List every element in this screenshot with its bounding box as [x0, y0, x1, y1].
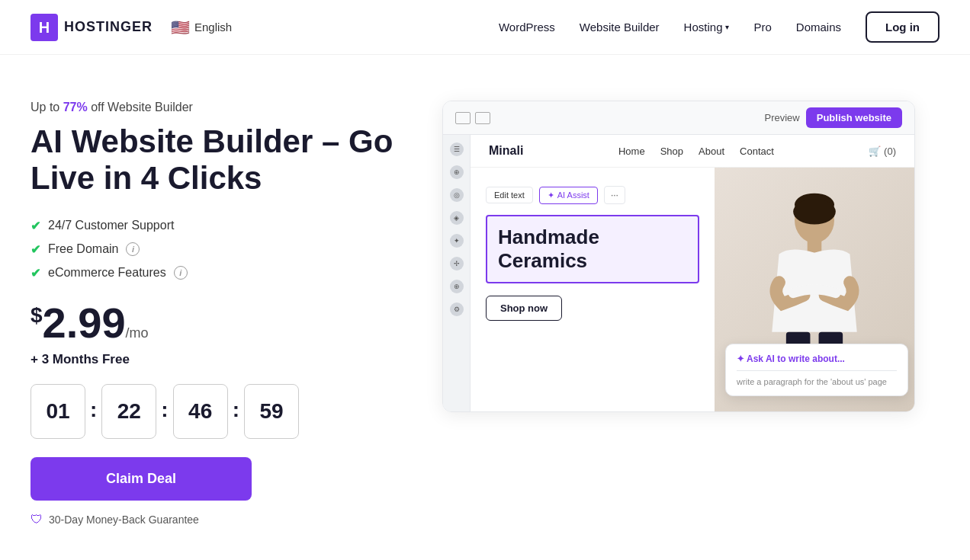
sidebar-icon-6: ✢: [450, 257, 464, 270]
preview-headline-box[interactable]: Handmade Ceramics: [486, 215, 699, 283]
preview-content: Minali Home Shop About Contact 🛒 (0): [471, 135, 914, 411]
language-label: English: [194, 21, 232, 34]
hosting-chevron-icon: ▾: [725, 23, 729, 31]
features-list: ✔ 24/7 Customer Support ✔ Free Domain i …: [31, 219, 397, 280]
shield-icon: 🛡: [31, 513, 43, 526]
check-icon-ecommerce: ✔: [31, 266, 40, 280]
brand-name: HOSTINGER: [64, 19, 153, 35]
promo-text: Up to 77% off Website Builder: [31, 101, 397, 114]
ai-assist-button[interactable]: ✦ AI Assist: [539, 187, 598, 204]
colon-3: :: [233, 398, 239, 422]
price-display: $2.99/mo: [31, 299, 149, 347]
login-button[interactable]: Log in: [866, 11, 939, 43]
countdown-seconds: 46: [173, 384, 228, 439]
price-mo: /mo: [126, 325, 149, 341]
info-icon-domain[interactable]: i: [126, 242, 140, 256]
hero-right: Preview Publish website ☰ ⊕ ◎ ◈ ✦ ✢ ⊕ ⚙: [442, 101, 939, 412]
hero-section: Up to 77% off Website Builder AI Website…: [0, 55, 970, 557]
sidebar-icon-5: ✦: [450, 234, 464, 248]
hero-left: Up to 77% off Website Builder AI Website…: [31, 101, 397, 526]
preview-icon-sq-1: [455, 112, 471, 124]
countdown-minutes: 22: [101, 384, 156, 439]
preview-window: Preview Publish website ☰ ⊕ ◎ ◈ ✦ ✢ ⊕ ⚙: [442, 101, 915, 412]
free-months: + 3 Months Free: [31, 352, 397, 367]
svg-rect-3: [808, 240, 822, 253]
preview-nav: Minali Home Shop About Contact 🛒 (0): [471, 135, 914, 168]
preview-sidebar-icons: ☰ ⊕ ◎ ◈ ✦ ✢ ⊕ ⚙: [443, 135, 471, 411]
navbar-right: WordPress Website Builder Hosting ▾ Pro …: [499, 11, 939, 43]
ai-chat-suggestion[interactable]: write a paragraph for the 'about us' pag…: [737, 377, 897, 386]
price-block: $2.99/mo: [31, 302, 397, 344]
preview-image-side: ✦ Ask AI to write about... write a parag…: [715, 168, 914, 411]
navbar-left: H HOSTINGER 🇺🇸 English: [31, 14, 232, 41]
sidebar-icon-7: ⊕: [450, 280, 464, 293]
sidebar-icon-4: ◈: [450, 211, 464, 225]
guarantee: 🛡 30-Day Money-Back Guarantee: [31, 513, 397, 526]
preview-topbar: Preview Publish website: [443, 101, 914, 135]
countdown-hours: 01: [31, 384, 85, 439]
preview-headline: Handmade Ceramics: [498, 226, 687, 273]
preview-person-image: ✦ Ask AI to write about... write a parag…: [715, 168, 914, 411]
publish-button[interactable]: Publish website: [806, 107, 902, 128]
more-options-button[interactable]: ···: [604, 186, 625, 204]
promo-percent: 77%: [63, 101, 88, 114]
sidebar-icon-2: ⊕: [450, 165, 464, 179]
ai-chat-header: ✦ Ask AI to write about...: [737, 354, 897, 364]
nav-pro[interactable]: Pro: [753, 21, 771, 34]
check-icon-support: ✔: [31, 219, 40, 233]
svg-text:H: H: [39, 19, 50, 36]
logo[interactable]: H HOSTINGER: [31, 14, 153, 41]
nav-domains[interactable]: Domains: [796, 21, 841, 34]
nav-hosting[interactable]: Hosting ▾: [684, 21, 730, 34]
preview-cart: 🛒 (0): [869, 146, 896, 157]
preview-text-side: Edit text ✦ AI Assist ··· Handmade: [471, 168, 715, 411]
flag-icon: 🇺🇸: [171, 18, 190, 37]
sidebar-icon-8: ⚙: [450, 302, 464, 316]
preview-label[interactable]: Preview: [765, 112, 800, 123]
edit-text-button[interactable]: Edit text: [486, 187, 533, 203]
preview-icon-sq-2: [475, 112, 490, 124]
feature-support: ✔ 24/7 Customer Support: [31, 219, 397, 233]
sidebar-icon-1: ☰: [450, 142, 464, 156]
svg-point-7: [793, 199, 836, 224]
nav-wordpress[interactable]: WordPress: [499, 21, 555, 34]
hero-title: AI Website Builder – Go Live in 4 Clicks: [31, 123, 397, 197]
feature-ecommerce: ✔ eCommerce Features i: [31, 266, 397, 280]
preview-icons: [455, 112, 490, 124]
edit-toolbar: Edit text ✦ AI Assist ···: [486, 186, 699, 204]
language-selector[interactable]: 🇺🇸 English: [171, 18, 232, 37]
ai-chat-popup: ✦ Ask AI to write about... write a parag…: [725, 344, 908, 396]
sidebar-icon-3: ◎: [450, 188, 464, 202]
preview-brand: Minali: [489, 144, 523, 158]
info-icon-ecommerce[interactable]: i: [174, 266, 188, 280]
preview-nav-links: Home Shop About Contact: [618, 146, 774, 157]
countdown-milliseconds: 59: [244, 384, 299, 439]
check-icon-domain: ✔: [31, 242, 40, 257]
ai-sparkle-icon: ✦: [548, 190, 554, 200]
colon-2: :: [161, 398, 168, 422]
claim-deal-button[interactable]: Claim Deal: [31, 457, 252, 501]
feature-domain: ✔ Free Domain i: [31, 242, 397, 257]
colon-1: :: [90, 398, 97, 422]
nav-website-builder[interactable]: Website Builder: [580, 21, 660, 34]
preview-main: ☰ ⊕ ◎ ◈ ✦ ✢ ⊕ ⚙ Minali Home: [443, 135, 914, 411]
hostinger-logo-icon: H: [31, 14, 58, 41]
navbar: H HOSTINGER 🇺🇸 English WordPress Website…: [0, 0, 970, 55]
shop-now-button[interactable]: Shop now: [486, 296, 562, 321]
preview-body: Edit text ✦ AI Assist ··· Handmade: [471, 168, 914, 411]
ai-chat-divider: [737, 370, 897, 371]
price-dollar: $: [31, 303, 43, 327]
countdown: 01 : 22 : 46 : 59: [31, 384, 397, 439]
